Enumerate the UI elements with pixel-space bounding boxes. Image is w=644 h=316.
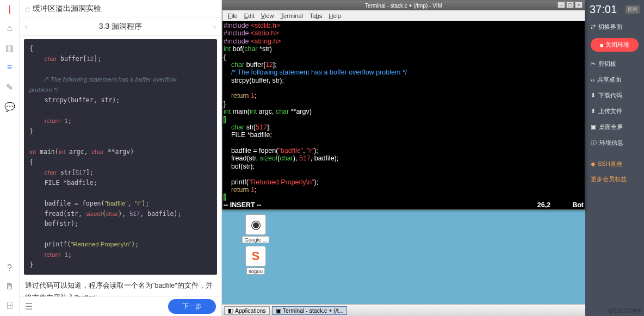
close-button[interactable]: × — [575, 2, 583, 8]
lesson-title: 缓冲区溢出漏洞实验 — [33, 4, 101, 14]
help-icon[interactable]: ? — [4, 263, 15, 274]
lesson-panel: ⌂ 缓冲区溢出漏洞实验 ‹ 3.3 漏洞程序 › { char buffer[1… — [20, 0, 222, 316]
switch-view-button[interactable]: ⇄ 切换界面 — [585, 19, 644, 35]
toc-icon[interactable]: ☰ — [25, 301, 33, 312]
menu-view[interactable]: View — [259, 13, 276, 19]
right-sidebar: 37:01 延时 ⇄ 切换界面 ■ 关闭环境 ✂ 剪切板 ‹› 共享桌面 ⬇ 下… — [585, 0, 644, 316]
share-button[interactable]: ‹› 共享桌面 — [585, 72, 644, 88]
doc-icon[interactable]: 🗎 — [4, 281, 15, 292]
window-titlebar[interactable]: Terminal - stack.c + (/tmp) - VIM – □ × — [222, 1, 585, 10]
lesson-body[interactable]: { char buffer[12]; /* The following stat… — [20, 36, 221, 296]
next-section-button[interactable]: › — [213, 22, 216, 31]
timer: 37:01 — [590, 3, 617, 16]
menu-file[interactable]: File — [226, 13, 240, 19]
sogou-label: sogou — [246, 268, 265, 275]
close-env-button[interactable]: ■ 关闭环境 — [591, 38, 639, 52]
menu-edit[interactable]: Edit — [242, 13, 257, 19]
timer-tag[interactable]: 延时 — [626, 5, 640, 14]
fullscreen-button[interactable]: ▣ 桌面全屏 — [585, 119, 644, 135]
left-icon-strip: ❘ ⌂ ▥ ≡ ✎ 💬 ? 🗎 ⍈ — [0, 0, 20, 316]
lesson-footer: ☰ 下一步 — [20, 296, 221, 316]
window-title: Terminal - stack.c + (/tmp) - VIM — [365, 3, 442, 9]
home-icon[interactable]: ⌂ — [4, 23, 15, 34]
applications-menu[interactable]: ◧ Applications — [224, 306, 270, 315]
lesson-title-bar: ⌂ 缓冲区溢出漏洞实验 — [20, 0, 221, 17]
exit-icon[interactable]: ⍈ — [4, 300, 15, 311]
menu-terminal[interactable]: Terminal — [278, 13, 305, 19]
code-block-1: { char buffer[12]; /* The following stat… — [24, 39, 217, 275]
minimize-button[interactable]: – — [558, 2, 565, 8]
maximize-button[interactable]: □ — [566, 2, 574, 8]
terminal-window[interactable]: Terminal - stack.c + (/tmp) - VIM – □ × … — [222, 0, 585, 210]
chrome-label: Google ... — [242, 236, 269, 243]
clipboard-button[interactable]: ✂ 剪切板 — [585, 56, 644, 72]
prev-section-button[interactable]: ‹ — [25, 22, 28, 31]
env-info-button[interactable]: ⓘ 环境信息 — [585, 135, 644, 151]
terminal-body[interactable]: #include <stdlib.h> #include <stdio.h> #… — [222, 21, 585, 209]
vim-loc: Bot — [572, 201, 584, 209]
section-title: 3.3 漏洞程序 — [99, 22, 142, 32]
desktop-icon-sogou[interactable]: S sogou — [240, 246, 271, 275]
menu-help[interactable]: Help — [326, 13, 343, 19]
upload-button[interactable]: ⬆ 上传文件 — [585, 103, 644, 119]
taskbar-item-terminal[interactable]: ▣ Terminal - stack.c + (/t... — [272, 306, 348, 315]
chat-icon[interactable]: 💬 — [4, 101, 15, 112]
download-button[interactable]: ⬇ 下载代码 — [585, 88, 644, 103]
watermark: @51CTO博客 — [608, 307, 642, 315]
bookmark-icon[interactable]: ❘ — [4, 3, 15, 14]
vim-pos: 26,2 — [537, 201, 550, 209]
chrome-icon: ◉ — [251, 218, 261, 232]
list-icon[interactable]: ≡ — [4, 62, 15, 73]
menu-tabs[interactable]: Tabs — [307, 13, 324, 19]
vim-mode: -- INSERT -- — [224, 201, 261, 209]
desktop-icon-chrome[interactable]: ◉ Google ... — [240, 214, 271, 243]
edit-icon[interactable]: ✎ — [4, 82, 15, 92]
section-bar: ‹ 3.3 漏洞程序 › — [20, 17, 221, 36]
next-button[interactable]: 下一步 — [168, 299, 216, 314]
terminal-menubar: File Edit View Terminal Tabs Help — [222, 10, 585, 21]
paragraph-1: 通过代码可以知道，程序会读取一个名为"badfile"的文件，并将文件内容装入"… — [25, 280, 216, 296]
vim-status-line: -- INSERT -- 26,2 Bot — [224, 201, 584, 209]
more-benefits-link[interactable]: 更多会员权益 — [585, 172, 644, 187]
taskbar: ◧ Applications ▣ Terminal - stack.c + (/… — [222, 304, 585, 316]
sogou-icon: S — [252, 249, 260, 263]
ssh-button[interactable]: ◆ SSH直连 — [585, 156, 644, 172]
remote-desktop[interactable]: › Terminal - stack.c + (/tmp) - VIM – □ … — [222, 0, 585, 316]
home-icon[interactable]: ⌂ — [25, 4, 29, 13]
grid-icon[interactable]: ▥ — [4, 42, 15, 53]
